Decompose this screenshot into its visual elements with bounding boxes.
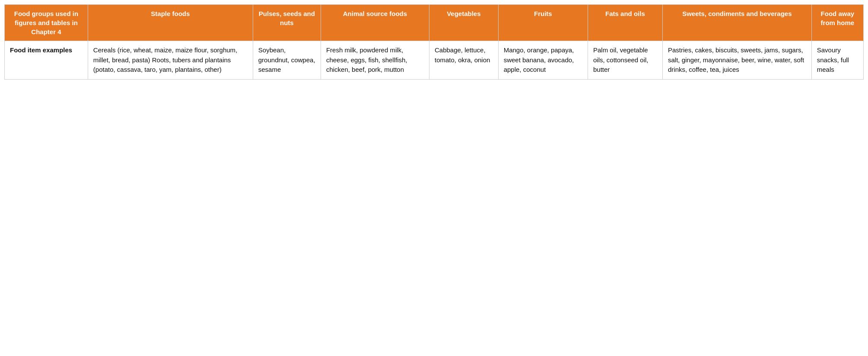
cell-fats-oils: Palm oil, vegetable oils, cottonseed oil… (588, 41, 662, 80)
header-cell-8: Food away from home (811, 5, 863, 41)
cell-vegetables: Cabbage, lettuce, tomato, okra, onion (429, 41, 498, 80)
header-cell-4: Vegetables (429, 5, 498, 41)
header-cell-7: Sweets, condiments and beverages (662, 5, 811, 41)
food-groups-table: Food groups used in figures and tables i… (4, 4, 864, 80)
cell-fruits: Mango, orange, papaya, sweet banana, avo… (498, 41, 588, 80)
cell-pulses: Soybean, groundnut, cowpea, sesame (253, 41, 321, 80)
cell-sweets: Pastries, cakes, biscuits, sweets, jams,… (662, 41, 811, 80)
header-row: Food groups used in figures and tables i… (5, 5, 864, 41)
header-cell-3: Animal source foods (321, 5, 429, 41)
header-cell-6: Fats and oils (588, 5, 662, 41)
row-label: Food item examples (5, 41, 88, 80)
header-cell-1: Staple foods (88, 5, 253, 41)
cell-animal-source: Fresh milk, powdered milk, cheese, eggs,… (321, 41, 429, 80)
header-cell-2: Pulses, seeds and nuts (253, 5, 321, 41)
header-cell-5: Fruits (498, 5, 588, 41)
cell-staple-foods: Cereals (rice, wheat, maize, maize flour… (88, 41, 253, 80)
header-cell-0: Food groups used in figures and tables i… (5, 5, 88, 41)
data-row: Food item examples Cereals (rice, wheat,… (5, 41, 864, 80)
cell-food-away: Savoury snacks, full meals (811, 41, 863, 80)
